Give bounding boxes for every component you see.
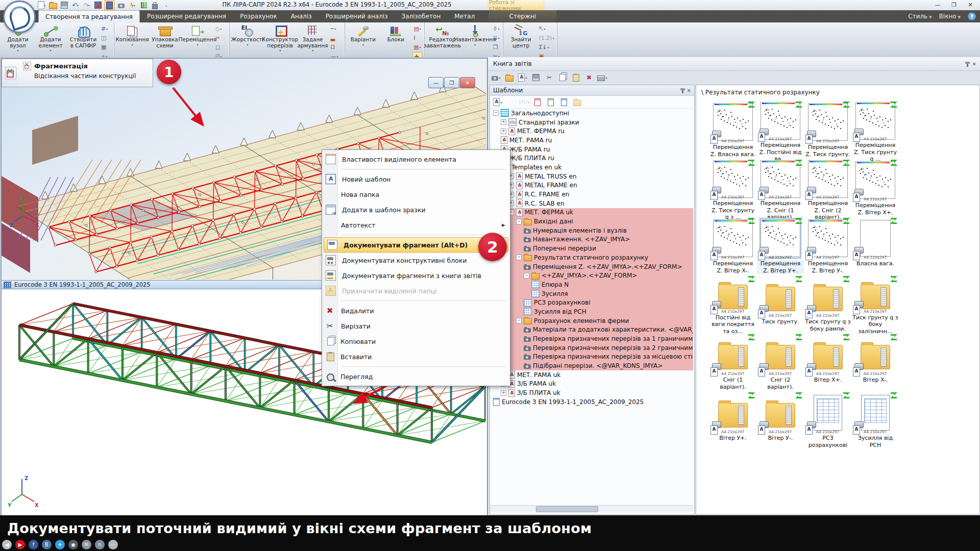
- copy-icon[interactable]: ▾: [556, 72, 569, 83]
- add-sample-icon[interactable]: ▾: [505, 96, 517, 108]
- menu-item-new-folder[interactable]: Нова папка ▶: [323, 187, 509, 202]
- ribbon-small-button[interactable]: ⚱ ▾: [492, 24, 501, 33]
- new-document-icon[interactable]: ▾: [37, 1, 46, 10]
- ribbon-tab[interactable]: Розрахунок: [233, 10, 284, 22]
- menu-item[interactable]: ▶: [323, 364, 509, 369]
- menu-item-new-template[interactable]: Новий шаблон ▶: [323, 171, 509, 187]
- tree-item[interactable]: − МЕТ. ФЕРМА uk: [490, 208, 693, 217]
- nav-back-icon[interactable]: ◀: [2, 540, 12, 549]
- tree-item[interactable]: Переміщення Z. <+ZAV_IMYA>.<+ZAV_FORM>: [490, 262, 693, 271]
- close-button[interactable]: ✕: [963, 0, 978, 9]
- pin-icon[interactable]: [967, 62, 968, 67]
- tree-item[interactable]: Зусилля від РСН: [490, 307, 693, 316]
- tree-item[interactable]: + METAL FRAME en: [490, 181, 693, 190]
- minimize-button[interactable]: —: [930, 0, 945, 9]
- menu-item-document-from-report-book[interactable]: Документувати фрагменти з книги звітів ▶: [323, 268, 509, 283]
- vk-icon[interactable]: B: [42, 540, 52, 549]
- menu-item[interactable]: ▶: [323, 233, 509, 237]
- tree-expand-toggle[interactable]: −: [524, 273, 529, 279]
- tree-item[interactable]: − Розрахунок елементів ферми: [490, 316, 693, 325]
- result-chart-icon[interactable]: ▾: [139, 1, 149, 10]
- tree-item[interactable]: Перевірка призначених перерізів за місце…: [490, 353, 693, 362]
- tree-item[interactable]: Eurocode 3 EN 1993-1-1_2005_AC_2009_2025: [490, 397, 693, 407]
- contextual-tab-group-header[interactable]: Робота зі стержнями: [489, 0, 543, 10]
- ribbon-small-button[interactable]: Ω ▾: [330, 43, 343, 52]
- tree-expand-toggle[interactable]: +: [501, 390, 506, 396]
- snapshot-icon[interactable]: ▾: [116, 1, 126, 10]
- viewport-close-button[interactable]: ✕: [460, 77, 475, 88]
- tree-item[interactable]: − Загальнодоступні: [490, 109, 693, 118]
- menu-item-copy[interactable]: Копіювати ▶: [323, 334, 509, 349]
- pack-scheme-icon[interactable]: ▾: [93, 1, 103, 10]
- report-thumbnail[interactable]: A4 210x297 Переміщення Z. Сніг (1 варіан…: [757, 160, 804, 218]
- report-thumbnail[interactable]: A4 210x297 Переміщення Z. Постійні від в…: [757, 102, 804, 160]
- assign-folder-icon[interactable]: ▾: [571, 96, 583, 108]
- report-thumbnail[interactable]: A4 210x297 Переміщення Z. Вітер X+.: [852, 160, 899, 218]
- delete-icon[interactable]: ✖ ▾: [583, 72, 595, 83]
- sheet-red-icon[interactable]: ▾: [531, 96, 544, 108]
- youtube-icon[interactable]: ▶: [15, 540, 25, 549]
- tree-item[interactable]: Ж/Б РАМА ru: [490, 145, 693, 154]
- report-thumbnail[interactable]: A4 210x297 РСЗ розрахункові: [804, 393, 851, 451]
- report-thumbnail[interactable]: A4 210x297 Вітер X-.: [852, 335, 899, 393]
- tree-expand-toggle[interactable]: +: [501, 119, 506, 125]
- ribbon-small-button[interactable]: ❐ ▾: [492, 43, 501, 52]
- style-menu[interactable]: Стиль▼: [908, 13, 932, 20]
- new-sheet-icon[interactable]: ▾: [517, 72, 529, 83]
- app-menu-logo[interactable]: [3, 1, 36, 33]
- ribbon-small-button[interactable]: ⇱ ▾: [538, 24, 555, 33]
- report-thumbnail[interactable]: A4 210x297 Переміщення Z. Тиск ґрунту q …: [709, 160, 756, 218]
- tree-item[interactable]: Перевірка призначених перерізів за 2 гра…: [490, 343, 693, 353]
- tree-item[interactable]: РСЗ розрахункові: [490, 298, 693, 307]
- tree-item[interactable]: МЕТ. РАМА ru: [490, 136, 693, 145]
- report-thumbnail[interactable]: A4 210x297 Переміщення Z. Сніг (2 варіан…: [804, 160, 851, 218]
- menu-item-autotext[interactable]: Автотекст ▶: [323, 217, 509, 233]
- more-icon[interactable]: ···: [108, 540, 118, 549]
- snapshot-icon[interactable]: ▾: [490, 72, 502, 83]
- tree-item[interactable]: Матеріали та додаткові характеристики. <…: [490, 325, 693, 335]
- ribbon-small-button[interactable]: I ▾: [412, 34, 422, 42]
- menu-item-cut[interactable]: Вирізати ▶: [323, 318, 509, 334]
- report-thumbnail[interactable]: A4 210x297 Вітер У-.: [757, 393, 804, 451]
- tree-expand-toggle[interactable]: −: [493, 110, 499, 116]
- ribbon-tab[interactable]: Залізобетон: [395, 10, 448, 22]
- ribbon-tab[interactable]: Створення та редагування: [38, 10, 140, 22]
- tree-item[interactable]: Перевірка призначених перерізів за 1 гра…: [490, 334, 693, 343]
- save-icon[interactable]: ▾: [530, 72, 542, 83]
- report-thumbnail[interactable]: A4 210x297 Власна вага.: [852, 218, 899, 277]
- ribbon-tab[interactable]: Стержні: [489, 10, 556, 22]
- tree-item[interactable]: + МЕТ. ФЕРМА ru: [490, 127, 693, 136]
- ribbon-tab[interactable]: Метал: [448, 10, 481, 22]
- camera-icon[interactable]: ◉: [68, 540, 78, 549]
- ribbon-small-button[interactable]: ◫ ▾: [100, 34, 112, 42]
- tree-item[interactable]: Епюра N: [490, 280, 693, 289]
- tree-item[interactable]: Ж/Б ПЛИТА ru: [490, 154, 693, 163]
- report-thumbnail[interactable]: A4 210x297 Тиск ґрунту q з боку залізнич…: [852, 277, 899, 335]
- menu-item-preview[interactable]: Перегляд ▶: [323, 369, 509, 384]
- pin-icon[interactable]: [682, 88, 683, 93]
- menu-item-delete[interactable]: Видалити ▶: [323, 303, 509, 318]
- window-menu[interactable]: Вікно▼: [939, 13, 961, 20]
- sapfir-book-icon[interactable]: ▾: [104, 0, 115, 10]
- tree-item[interactable]: − Результати статичного розрахунку: [490, 253, 693, 262]
- ribbon-small-button[interactable]: ┅ ▾: [330, 24, 343, 33]
- tree-item[interactable]: Нумерація елементів і вузлів: [490, 226, 693, 235]
- print-icon[interactable]: ▾: [596, 72, 608, 83]
- report-thumbnail[interactable]: A4 210x297 Переміщення Z. Вітер У+.: [757, 218, 804, 277]
- flash-edit-icon[interactable]: ϟ ▾: [128, 1, 137, 10]
- ribbon-small-button[interactable]: (1.2) ▾: [538, 34, 555, 42]
- ribbon-small-button[interactable]: ⇊ ▾: [492, 34, 501, 42]
- report-thumbnail[interactable]: A4 210x297 Сніг (2 варіант).: [757, 335, 804, 393]
- menu-item-properties[interactable]: Властивості виділеного елемента ▶: [323, 152, 509, 167]
- ribbon-small-button[interactable]: Σ↓ ▾: [538, 43, 555, 52]
- undo-icon[interactable]: ↶ ▾: [70, 1, 80, 10]
- autotext-icon[interactable]: (A1) ▾: [518, 96, 530, 108]
- tree-expand-toggle[interactable]: +: [501, 129, 506, 134]
- report-thumbnail[interactable]: A4 210x297 Переміщення Z. Тиск ґрунту.: [804, 102, 851, 160]
- ribbon-small-button[interactable]: # ▾: [100, 24, 112, 33]
- ribbon-small-button[interactable]: ▤ ▾: [412, 24, 422, 33]
- report-thumbnail[interactable]: A4 210x297 Переміщення Z. Вітер У-.: [804, 218, 851, 277]
- email-icon[interactable]: ✉: [82, 540, 91, 549]
- tree-item[interactable]: + З/Б ПЛИТА uk: [490, 388, 693, 397]
- horizontal-scrollbar[interactable]: [490, 505, 693, 512]
